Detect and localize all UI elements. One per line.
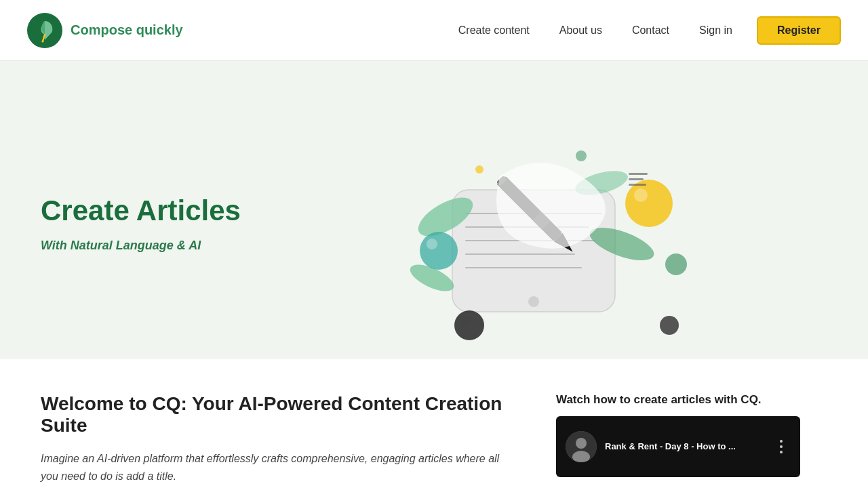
section-body: Imagine an AI-driven platform that effor… <box>41 450 515 486</box>
svg-point-30 <box>475 165 484 174</box>
hero-section: Create Articles With Natural Language & … <box>0 61 868 359</box>
svg-point-9 <box>528 296 539 307</box>
svg-point-26 <box>454 310 484 340</box>
nav-sign-in[interactable]: Sign in <box>687 19 745 42</box>
video-card[interactable]: Rank & Rent - Day 8 - How to ... <box>556 416 800 477</box>
hero-text-block: Create Articles With Natural Language & … <box>41 195 241 252</box>
logo-icon <box>27 13 62 48</box>
brand-name: Compose quickly <box>71 22 183 38</box>
nav-about-us[interactable]: About us <box>547 19 614 42</box>
logo-link[interactable]: Compose quickly <box>27 13 183 48</box>
svg-point-28 <box>660 316 679 335</box>
main-nav: Create content About us Contact Sign in … <box>446 16 841 45</box>
svg-rect-24 <box>629 178 644 180</box>
svg-point-18 <box>625 180 673 227</box>
register-button[interactable]: Register <box>757 16 841 45</box>
video-info: Rank & Rent - Day 8 - How to ... <box>605 441 764 453</box>
nav-contact[interactable]: Contact <box>620 19 682 42</box>
menu-dot-2 <box>780 445 783 448</box>
menu-dot-1 <box>780 440 783 443</box>
nav-create-content[interactable]: Create content <box>446 19 542 42</box>
watch-label: Watch how to create articles with CQ. <box>556 393 800 407</box>
hero-image-area <box>241 88 827 359</box>
svg-rect-25 <box>629 184 646 186</box>
svg-rect-23 <box>629 173 648 175</box>
content-section: Welcome to CQ: Your AI-Powered Content C… <box>0 359 868 488</box>
svg-point-22 <box>665 253 687 275</box>
hero-subtitle: With Natural Language & AI <box>41 239 241 253</box>
svg-point-27 <box>460 317 469 325</box>
svg-point-20 <box>420 232 458 270</box>
svg-point-29 <box>576 150 587 161</box>
svg-point-21 <box>427 239 437 249</box>
hero-title: Create Articles <box>41 195 241 227</box>
svg-point-19 <box>634 188 648 202</box>
section-heading: Welcome to CQ: Your AI-Powered Content C… <box>41 393 515 436</box>
content-left: Welcome to CQ: Your AI-Powered Content C… <box>41 393 515 486</box>
hero-illustration <box>241 88 827 359</box>
site-header: Compose quickly Create content About us … <box>0 0 868 61</box>
video-menu-button[interactable] <box>772 437 791 456</box>
menu-dot-3 <box>780 451 783 453</box>
svg-point-2 <box>42 40 44 42</box>
svg-point-32 <box>576 438 587 449</box>
content-right: Watch how to create articles with CQ. Ra… <box>556 393 800 477</box>
video-avatar <box>566 431 597 462</box>
video-title: Rank & Rent - Day 8 - How to ... <box>605 441 764 453</box>
